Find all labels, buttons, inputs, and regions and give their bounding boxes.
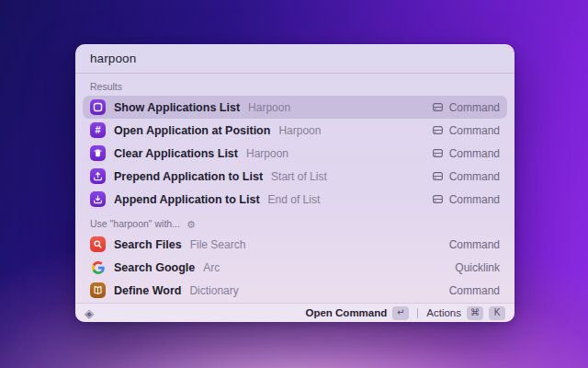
item-accessory: Command (432, 101, 500, 114)
section-label-text: Use "harpoon" with... (90, 218, 180, 229)
item-type-label: Command (449, 124, 500, 137)
k-key-icon: K (489, 306, 505, 320)
item-subtitle: Dictionary (189, 284, 238, 297)
disk-icon (432, 170, 444, 182)
primary-action-button[interactable]: Open Command (305, 307, 387, 318)
item-subtitle: Harpoon (278, 124, 321, 137)
list-item[interactable]: Show Applications List Harpoon Command (83, 96, 507, 119)
search-query-text: harpoon (90, 52, 136, 65)
item-title: Search Files (114, 238, 182, 251)
item-type-label: Quicklink (455, 261, 500, 274)
item-accessory: Quicklink (455, 261, 500, 274)
item-type-label: Command (449, 147, 500, 160)
item-subtitle: Harpoon (246, 147, 288, 160)
item-title: Clear Applications List (114, 147, 238, 160)
section-header-fallback: Use "harpoon" with... ⚙ (83, 211, 507, 233)
trash-icon (90, 145, 106, 161)
item-accessory: Command (432, 147, 500, 160)
results-list: Results Show Applications List Harpoon C… (75, 74, 514, 303)
item-type-label: Command (449, 284, 500, 297)
item-subtitle: End of List (268, 193, 321, 206)
item-title: Open Application at Position (114, 124, 270, 137)
item-type-label: Command (449, 193, 500, 206)
list-item[interactable]: Clear Applications List Harpoon Command (83, 142, 507, 165)
return-key-icon: ↵ (392, 306, 409, 320)
actions-button[interactable]: Actions (426, 307, 461, 318)
search-input[interactable]: harpoon (75, 44, 514, 74)
item-accessory: Command (449, 284, 500, 297)
list-item[interactable]: Define Word Dictionary Command (83, 279, 507, 302)
item-accessory: Command (432, 124, 500, 137)
item-accessory: Command (449, 238, 500, 251)
search-icon (90, 236, 106, 252)
item-title: Search Google (114, 261, 195, 274)
disk-icon (432, 193, 444, 205)
item-type-label: Command (449, 238, 500, 251)
item-title: Prepend Application to List (114, 170, 263, 183)
item-accessory: Command (432, 193, 500, 206)
item-type-label: Command (449, 101, 500, 114)
item-subtitle: Start of List (271, 170, 327, 183)
disk-icon (432, 124, 444, 136)
disk-icon (432, 101, 444, 113)
gear-icon[interactable]: ⚙ (187, 220, 196, 230)
cmd-key-icon: ⌘ (467, 306, 483, 320)
list-item[interactable]: Search Files File Search Command (83, 233, 507, 256)
item-type-label: Command (449, 170, 500, 183)
upload-tray-icon (90, 168, 106, 184)
item-title: Define Word (114, 284, 181, 297)
footer-divider (417, 308, 418, 318)
app-window-list-icon (90, 99, 106, 115)
item-title: Append Application to List (114, 193, 260, 206)
item-subtitle: File Search (190, 238, 246, 251)
section-header-results: Results (83, 74, 507, 96)
item-title: Show Applications List (114, 101, 240, 114)
item-accessory: Command (432, 170, 500, 183)
download-tray-icon (90, 191, 106, 207)
hash-icon: # (90, 122, 106, 138)
list-item[interactable]: Append Application to List End of List C… (83, 188, 507, 211)
disk-icon (432, 147, 444, 159)
list-item[interactable]: Search Google Arc Quicklink (83, 256, 507, 279)
list-item[interactable]: Prepend Application to List Start of Lis… (83, 165, 507, 188)
section-label-text: Results (90, 81, 122, 92)
raycast-logo-icon: ◈ (85, 307, 94, 319)
item-subtitle: Arc (203, 261, 220, 274)
item-subtitle: Harpoon (248, 101, 290, 114)
google-g-icon (90, 259, 106, 275)
list-item[interactable]: # Open Application at Position Harpoon C… (83, 119, 507, 142)
launcher-window: harpoon Results Show Applications List H… (75, 44, 514, 322)
action-bar: ◈ Open Command ↵ Actions ⌘ K (75, 303, 514, 322)
dictionary-icon (90, 282, 106, 298)
